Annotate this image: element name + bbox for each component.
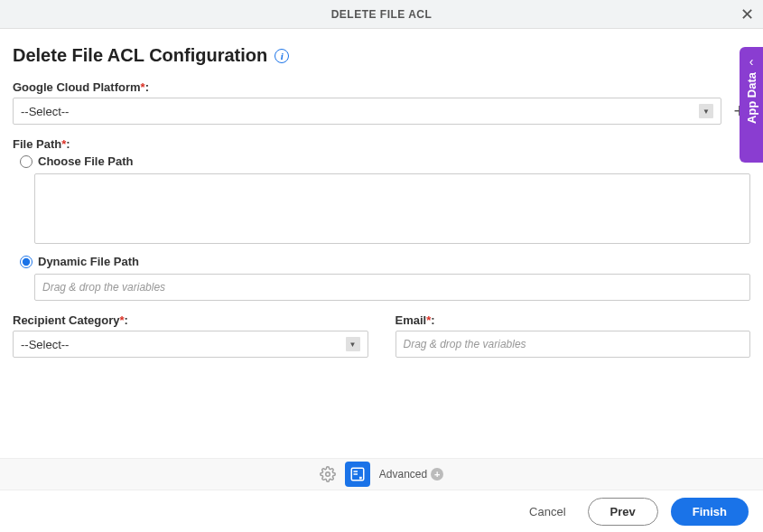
dynamic-file-path-input[interactable] (34, 274, 750, 301)
gcp-field-group: Google Cloud Platform*: --Select-- ▼ + (13, 80, 750, 125)
choose-file-path-box[interactable] (34, 173, 750, 244)
form-view-button[interactable] (345, 462, 370, 487)
recipient-category-col: Recipient Category*: --Select-- ▼ (13, 313, 368, 358)
dialog-footer: Cancel Prev Finish (0, 490, 763, 532)
svg-point-0 (326, 472, 330, 477)
info-icon[interactable]: i (274, 49, 289, 63)
dialog-header: DELETE FILE ACL ✕ (0, 0, 763, 29)
gcp-select[interactable]: --Select-- ▼ (13, 98, 721, 125)
gear-icon[interactable] (320, 466, 336, 482)
dynamic-file-path-radio-label: Dynamic File Path (38, 255, 139, 268)
chevron-down-icon: ▼ (346, 337, 360, 351)
recipient-category-select[interactable]: --Select-- ▼ (13, 331, 368, 358)
gcp-select-row: --Select-- ▼ + (13, 98, 750, 125)
form-content: Delete File ACL Configuration i Google C… (0, 29, 763, 358)
prev-button[interactable]: Prev (588, 498, 658, 526)
file-path-group: File Path*: Choose File Path Dynamic Fil… (13, 137, 750, 301)
file-path-label: File Path*: (13, 137, 750, 151)
email-input[interactable] (395, 331, 751, 358)
dynamic-file-path-radio-row: Dynamic File Path (20, 255, 750, 268)
gcp-label: Google Cloud Platform*: (13, 80, 750, 94)
two-column-row: Recipient Category*: --Select-- ▼ Email*… (13, 313, 750, 358)
chevron-down-icon: ▼ (699, 104, 713, 118)
side-tab-label: App Data (745, 72, 758, 124)
choose-file-path-radio-label: Choose File Path (38, 154, 133, 168)
choose-file-path-radio-row: Choose File Path (20, 154, 750, 168)
close-icon[interactable]: ✕ (740, 6, 754, 23)
page-title-row: Delete File ACL Configuration i (13, 45, 750, 66)
dialog-title: DELETE FILE ACL (331, 8, 433, 21)
plus-circle-icon: + (431, 468, 443, 481)
chevron-left-icon: ‹ (749, 54, 754, 69)
cancel-button[interactable]: Cancel (520, 499, 574, 524)
bottom-toolbar: Advanced + (0, 458, 763, 490)
choose-file-path-radio[interactable] (20, 155, 33, 168)
recipient-category-label: Recipient Category*: (13, 313, 368, 327)
email-col: Email*: (395, 313, 751, 358)
advanced-label: Advanced (379, 468, 427, 481)
form-icon (349, 466, 366, 482)
gcp-select-value: --Select-- (21, 105, 69, 118)
advanced-toggle[interactable]: Advanced + (379, 468, 443, 481)
finish-button[interactable]: Finish (671, 498, 749, 526)
app-data-side-tab[interactable]: ‹ App Data (740, 47, 763, 163)
page-title: Delete File ACL Configuration (13, 45, 267, 66)
dynamic-file-path-radio[interactable] (20, 256, 33, 268)
recipient-category-value: --Select-- (21, 338, 69, 351)
email-label: Email*: (395, 313, 751, 327)
